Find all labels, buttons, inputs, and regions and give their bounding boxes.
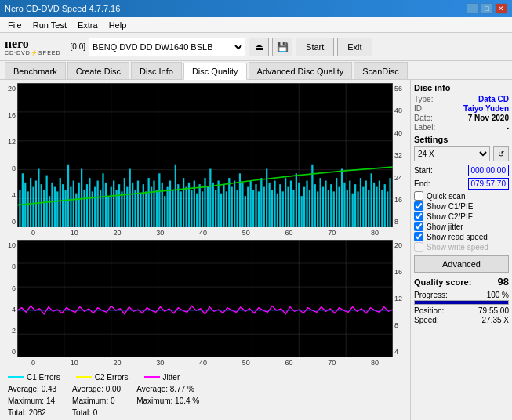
- menu-file[interactable]: File: [3, 19, 27, 31]
- svg-rect-13: [22, 173, 24, 227]
- position-row: Position: 79:55.00: [414, 306, 509, 315]
- svg-rect-45: [107, 196, 109, 227]
- show-c1pie-checkbox[interactable]: [414, 201, 423, 211]
- maximize-button[interactable]: □: [481, 3, 493, 14]
- svg-rect-84: [212, 183, 214, 228]
- tab-disc-quality[interactable]: Disc Quality: [183, 63, 247, 80]
- svg-rect-30: [67, 165, 69, 228]
- menu-extra[interactable]: Extra: [73, 19, 103, 31]
- legend-c2-max-label: Maximum:: [72, 396, 108, 405]
- svg-rect-28: [62, 184, 64, 227]
- legend-c2-max-value: 0: [111, 396, 115, 405]
- svg-rect-59: [145, 191, 147, 227]
- speed-label: Speed:: [414, 316, 439, 324]
- eject-icon[interactable]: ⏏: [249, 38, 269, 56]
- svg-rect-139: [360, 178, 361, 227]
- show-jitter-checkbox[interactable]: [414, 222, 423, 231]
- start-time-value: 000:00.00: [468, 165, 510, 176]
- speed-refresh-icon[interactable]: ↺: [493, 146, 509, 161]
- show-c2pif-checkbox[interactable]: [414, 212, 423, 221]
- svg-rect-114: [292, 190, 294, 227]
- svg-rect-126: [325, 181, 326, 228]
- svg-rect-138: [357, 191, 358, 227]
- svg-rect-25: [54, 187, 56, 228]
- start-button[interactable]: Start: [296, 38, 334, 56]
- show-c1pie-label: Show C1/PIE: [427, 202, 473, 211]
- close-button[interactable]: ✕: [495, 3, 507, 14]
- svg-rect-137: [354, 184, 356, 227]
- svg-rect-64: [158, 173, 160, 227]
- show-read-speed-checkbox[interactable]: [414, 232, 423, 241]
- advanced-button[interactable]: Advanced: [414, 255, 509, 273]
- minimize-button[interactable]: —: [467, 3, 479, 14]
- svg-rect-108: [277, 194, 278, 228]
- svg-rect-82: [207, 187, 209, 228]
- svg-rect-60: [148, 178, 150, 227]
- speed-select[interactable]: 24 X: [414, 146, 490, 161]
- tab-advanced-disc-quality[interactable]: Advanced Disc Quality: [249, 62, 353, 79]
- legend-c2-total-value: 0: [93, 408, 98, 417]
- speed-value: 27.35 X: [482, 316, 509, 324]
- save-icon[interactable]: 💾: [272, 38, 292, 56]
- svg-rect-148: [384, 184, 386, 227]
- quality-score-row: Quality score: 98: [414, 276, 509, 288]
- tab-scan-disc[interactable]: ScanDisc: [354, 62, 407, 79]
- svg-rect-98: [250, 181, 252, 228]
- disc-date-value: 7 Nov 2020: [468, 114, 509, 122]
- svg-rect-32: [73, 181, 74, 228]
- tab-benchmark[interactable]: Benchmark: [5, 62, 66, 79]
- svg-rect-149: [387, 191, 388, 227]
- svg-rect-92: [234, 181, 235, 228]
- quality-score-label: Quality score:: [414, 277, 471, 287]
- show-jitter-label: Show jitter: [427, 223, 463, 231]
- svg-rect-74: [185, 187, 187, 228]
- exit-button[interactable]: Exit: [337, 38, 372, 56]
- show-c1pie-row: Show C1/PIE: [414, 201, 509, 211]
- bottom-chart-wrapper: 10 8 6 4 2 0: [3, 240, 407, 357]
- svg-rect-21: [43, 190, 45, 227]
- quick-scan-checkbox[interactable]: [414, 191, 423, 201]
- top-chart-y-axis-left: 20 16 12 8 4 0: [3, 83, 17, 227]
- svg-rect-122: [314, 184, 316, 227]
- svg-rect-89: [226, 191, 227, 227]
- svg-rect-17: [32, 187, 34, 228]
- svg-rect-143: [370, 173, 372, 227]
- progress-bar: [414, 300, 509, 305]
- svg-rect-50: [121, 191, 122, 227]
- disc-id-value: Taiyo Yuden: [463, 104, 509, 113]
- tab-disc-info[interactable]: Disc Info: [131, 62, 182, 79]
- speed-row: 24 X ↺: [414, 146, 509, 161]
- disc-type-row: Type: Data CD: [414, 95, 509, 103]
- right-panel: Disc info Type: Data CD ID: Taiyo Yuden …: [410, 80, 512, 420]
- svg-rect-66: [164, 196, 165, 227]
- svg-rect-79: [199, 184, 201, 227]
- svg-rect-42: [100, 190, 101, 227]
- title-bar-title: Nero CD-DVD Speed 4.7.7.16: [5, 4, 120, 13]
- svg-rect-88: [223, 184, 224, 227]
- drive-select[interactable]: BENQ DVD DD DW1640 BSLB: [89, 38, 245, 56]
- svg-rect-44: [105, 183, 107, 228]
- svg-rect-52: [126, 187, 128, 228]
- legend-c2-stats: Average: 0.00 Maximum: 0 Total: 0: [72, 383, 121, 418]
- svg-rect-70: [175, 165, 176, 228]
- legend-area: C1 Errors C2 Errors Jitter Average: 0.43…: [3, 370, 407, 417]
- legend-c2-avg-label: Average:: [72, 385, 103, 393]
- app-title: Nero CD-DVD Speed 4.7.7.16: [5, 4, 120, 13]
- svg-rect-87: [220, 194, 222, 228]
- legend-jitter: Jitter: [144, 373, 180, 382]
- svg-rect-55: [134, 190, 136, 227]
- legend-c1-label: C1 Errors: [27, 373, 60, 382]
- menu-help[interactable]: Help: [104, 19, 132, 31]
- show-write-speed-label: Show write speed: [427, 243, 488, 252]
- svg-rect-16: [30, 178, 31, 227]
- legend-c1-total-value: 2082: [29, 408, 46, 417]
- svg-rect-62: [153, 181, 154, 228]
- tab-create-disc[interactable]: Create Disc: [67, 62, 129, 79]
- title-bar: Nero CD-DVD Speed 4.7.7.16 — □ ✕: [0, 0, 512, 17]
- progress-value: 100 %: [487, 291, 509, 299]
- svg-rect-131: [338, 187, 340, 228]
- settings-title: Settings: [414, 135, 509, 144]
- svg-rect-22: [45, 176, 47, 228]
- svg-rect-102: [260, 178, 262, 227]
- menu-run-test[interactable]: Run Test: [28, 19, 71, 31]
